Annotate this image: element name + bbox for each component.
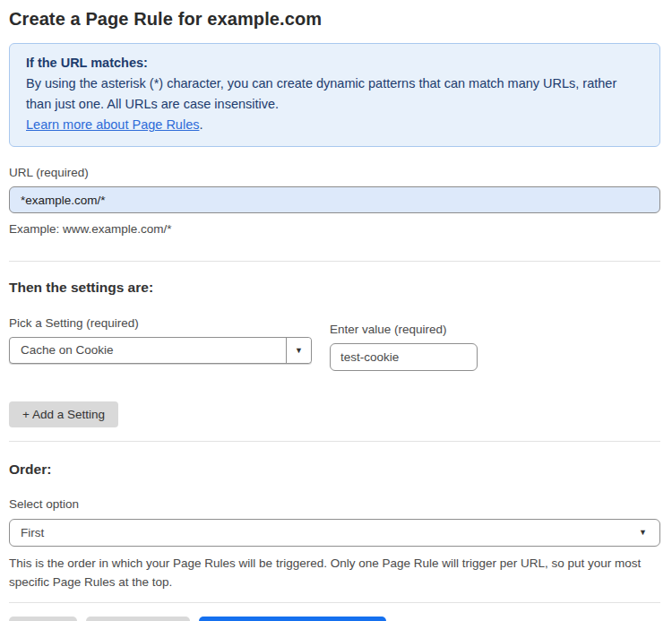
settings-section-heading: Then the settings are: [9,280,660,296]
setting-picker-column: Pick a Setting (required) Cache on Cooki… [9,316,312,364]
setting-picker-label: Pick a Setting (required) [9,316,312,330]
save-and-deploy-button[interactable]: Save and Deploy Page Rule [199,617,387,621]
order-helper-text: This is the order in which your Page Rul… [9,554,654,591]
cancel-button[interactable]: Cancel [9,617,77,621]
url-match-info-box: If the URL matches: By using the asteris… [9,43,660,147]
setting-picker-dropdown[interactable]: Cache on Cookie ▼ [9,337,312,364]
info-box-link-line: Learn more about Page Rules. [26,115,643,135]
url-field-label: URL (required) [9,166,660,179]
url-input[interactable] [9,186,660,213]
footer-actions: Cancel Save as Draft Save and Deploy Pag… [9,617,660,621]
setting-value-input[interactable] [330,343,478,371]
info-box-body: By using the asterisk (*) character, you… [26,73,643,115]
order-selected-value: First [21,526,44,539]
link-period: . [199,117,202,132]
settings-row: Pick a Setting (required) Cache on Cooki… [9,316,660,371]
setting-value-label: Enter value (required) [330,323,478,336]
page-title: Create a Page Rule for example.com [9,9,660,30]
order-select[interactable]: First ▼ [9,519,660,547]
add-setting-button[interactable]: + Add a Setting [9,401,118,427]
order-select-label: Select option [9,497,660,511]
save-as-draft-button[interactable]: Save as Draft [86,617,190,621]
learn-more-link[interactable]: Learn more about Page Rules [26,117,199,132]
setting-picker-arrow-button[interactable]: ▼ [286,338,311,363]
create-page-rule-form: Create a Page Rule for example.com If th… [0,0,672,621]
divider [9,441,660,442]
chevron-down-icon: ▼ [295,346,303,355]
chevron-down-icon: ▼ [639,520,647,546]
url-example-helper: Example: www.example.com/* [9,220,660,238]
divider [9,602,660,603]
setting-value-column: Enter value (required) [330,316,478,371]
setting-picker-selected-value: Cache on Cookie [10,338,286,363]
info-box-heading: If the URL matches: [26,53,643,73]
divider [9,261,660,262]
order-section-heading: Order: [9,461,660,478]
